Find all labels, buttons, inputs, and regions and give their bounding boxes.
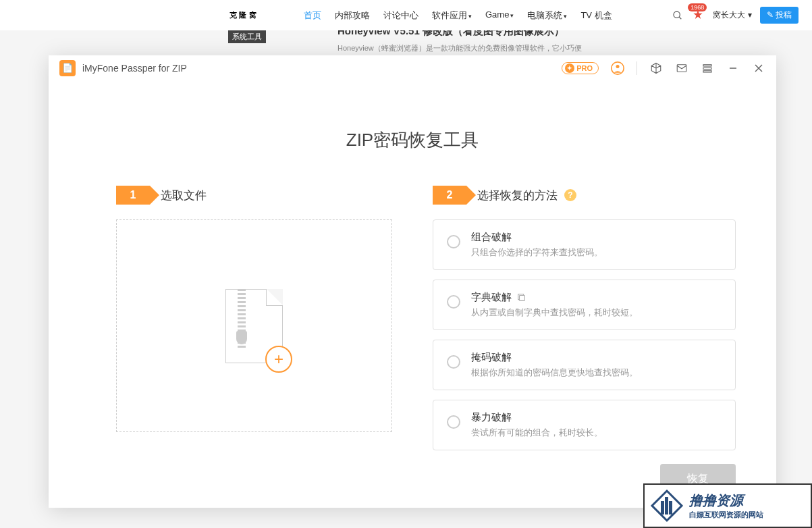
main-nav: 首页 内部攻略 讨论中心 软件应用▾ Game▾ 电脑系统▾ TV 机盒 [304,9,612,22]
recovery-options: 组合破解 只组合你选择的字符来查找密码。 字典破解 从内置或自制字典中查找密码，… [433,219,736,450]
option-title: 字典破解 [471,291,512,304]
step-1-column: 1 选取文件 + [89,186,392,450]
watermark-title: 撸撸资源 [689,492,763,510]
nav-system[interactable]: 电脑系统▾ [527,9,567,22]
step-2-badge: 2 [433,186,466,205]
pro-label: PRO [576,64,593,72]
notification-badge[interactable]: 1968 [691,9,705,22]
user-menu[interactable]: 窝长大大 ▾ [713,9,751,21]
user-icon[interactable] [611,61,624,75]
menu-icon[interactable] [701,61,714,75]
option-mask[interactable]: 掩码破解 根据你所知道的密码信息更快地查找密码。 [433,340,736,390]
option-bruteforce[interactable]: 暴力破解 尝试所有可能的组合，耗时较长。 [433,400,736,450]
add-file-button[interactable]: + [265,346,292,373]
badge-count: 1968 [688,3,707,11]
watermark-icon [650,489,684,523]
nav-software[interactable]: 软件应用▾ [432,9,472,22]
mail-icon[interactable] [675,61,688,75]
radio-icon [447,295,460,309]
step-2-column: 2 选择恢复的方法 ? 组合破解 只组合你选择的字符来查找密码。 [433,186,736,450]
option-desc: 根据你所知道的密码信息更快地查找密码。 [471,367,722,379]
step-2-title: 选择恢复的方法 [477,188,558,203]
svg-point-3 [616,65,620,68]
svg-rect-5 [703,64,711,65]
svg-rect-11 [520,295,525,300]
nav-game[interactable]: Game▾ [485,9,514,22]
contribute-button[interactable]: ✎ 投稿 [760,7,799,24]
svg-rect-7 [703,70,711,72]
search-icon[interactable] [672,10,683,21]
option-title: 掩码破解 [471,351,512,364]
pro-badge[interactable]: ✦ PRO [562,62,599,74]
minimize-button[interactable] [726,61,740,75]
category-tag[interactable]: 系统工具 [228,30,266,43]
app-window: 📄 iMyFone Passper for ZIP ✦ PRO [49,55,776,508]
svg-line-1 [679,17,681,19]
nav-strategy[interactable]: 内部攻略 [335,9,370,22]
app-title: iMyFone Passper for ZIP [82,63,187,74]
watermark-subtitle: 白嫖互联网资源的网站 [689,510,763,520]
svg-point-0 [674,11,680,18]
radio-icon [447,415,460,429]
step-1-title: 选取文件 [161,188,207,203]
titlebar: 📄 iMyFone Passper for ZIP ✦ PRO [49,55,776,81]
help-icon[interactable]: ? [564,189,576,201]
step-1-badge: 1 [116,186,150,205]
cube-icon[interactable] [649,61,663,75]
nav-home[interactable]: 首页 [304,9,321,22]
page-title: ZIP密码恢复工具 [89,128,736,152]
option-desc: 尝试所有可能的组合，耗时较长。 [471,427,722,439]
option-title: 组合破解 [471,231,512,244]
watermark-logo: 撸撸资源 白嫖互联网资源的网站 [643,483,812,528]
svg-rect-4 [677,64,686,72]
svg-rect-6 [703,68,711,69]
option-dictionary[interactable]: 字典破解 从内置或自制字典中查找密码，耗时较短。 [433,280,736,330]
svg-rect-15 [669,501,672,514]
svg-rect-14 [665,497,668,514]
option-combination[interactable]: 组合破解 只组合你选择的字符来查找密码。 [433,219,736,270]
svg-rect-13 [661,501,664,514]
file-dropzone[interactable]: + [116,219,392,432]
nav-forum[interactable]: 讨论中心 [383,9,418,22]
option-title: 暴力破解 [471,411,512,424]
site-logo-text: 克 隆 窝 [229,10,256,20]
site-logo[interactable]: 克 隆 窝 [223,10,263,20]
option-desc: 从内置或自制字典中查找密码，耗时较短。 [471,307,722,319]
option-desc: 只组合你选择的字符来查找密码。 [471,246,722,259]
zip-file-icon: + [225,289,283,363]
copy-icon [517,293,526,302]
radio-icon [447,355,460,369]
background-header: 克 隆 窝 首页 内部攻略 讨论中心 软件应用▾ Game▾ 电脑系统▾ TV … [0,0,812,30]
close-button[interactable] [752,61,765,75]
radio-icon [447,235,460,248]
nav-tvbox[interactable]: TV 机盒 [580,9,612,22]
app-icon: 📄 [59,60,76,76]
